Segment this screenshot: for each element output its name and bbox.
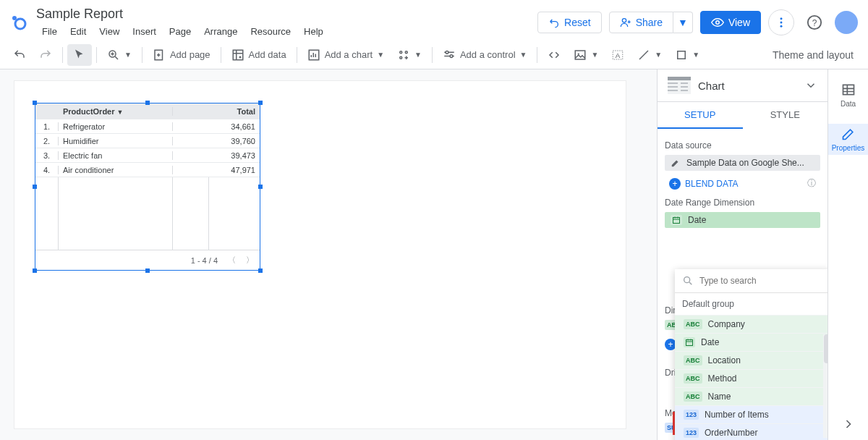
line-button[interactable]: ▼ — [631, 44, 668, 66]
svg-rect-28 — [681, 86, 688, 88]
field-item-number-of-items[interactable]: 123Number of Items — [675, 406, 827, 424]
field-item-location[interactable]: ABCLocation — [675, 352, 827, 370]
menu-view[interactable]: View — [93, 25, 125, 38]
field-list: ABCCompanyDateABCLocationABCMethodABCNam… — [675, 315, 827, 440]
share-button[interactable]: Share — [609, 12, 673, 33]
report-canvas[interactable]: ProductOrder ▼ Total 1.Refrigerator34,66… — [14, 81, 626, 428]
date-dimension-chip[interactable]: Date — [665, 212, 820, 228]
svg-point-3 — [716, 21, 720, 25]
svg-rect-22 — [678, 51, 686, 59]
svg-point-16 — [446, 51, 448, 54]
rail-properties[interactable]: Properties — [828, 124, 868, 155]
svg-rect-27 — [668, 86, 678, 88]
share-dropdown[interactable]: ▼ — [673, 12, 693, 33]
shape-button[interactable]: ▼ — [669, 44, 705, 66]
doc-title[interactable]: Sample Report — [36, 7, 537, 22]
undo-button[interactable] — [7, 44, 32, 66]
canvas-area[interactable]: ProductOrder ▼ Total 1.Refrigerator34,66… — [0, 69, 657, 440]
toolbar: ▼ Add page Add data Add a chart▼ ▼ Add a… — [0, 41, 868, 69]
svg-point-14 — [405, 51, 407, 53]
menu-edit[interactable]: Edit — [64, 25, 92, 38]
field-item-date[interactable]: Date — [675, 334, 827, 352]
menu-page[interactable]: Page — [163, 25, 197, 38]
reset-button[interactable]: Reset — [537, 12, 602, 33]
table-chart-icon[interactable] — [668, 77, 691, 94]
image-button[interactable]: ▼ — [568, 44, 604, 66]
svg-point-5 — [780, 22, 783, 24]
add-page-button[interactable]: Add page — [147, 44, 216, 66]
help-button[interactable]: ? — [801, 9, 827, 35]
pager-next[interactable]: 〉 — [246, 255, 254, 266]
table-chart[interactable]: ProductOrder ▼ Total 1.Refrigerator34,66… — [35, 103, 260, 271]
person-add-icon — [620, 17, 631, 28]
field-item-method[interactable]: ABCMethod — [675, 370, 827, 388]
data-source-label: Data source — [665, 140, 820, 151]
redo-button[interactable] — [33, 44, 58, 66]
svg-point-15 — [400, 56, 402, 59]
table-footer: 1 - 4 / 4 〈 〉 — [35, 250, 260, 270]
zoom-tool[interactable]: ▼ — [101, 44, 137, 66]
menu-insert[interactable]: Insert — [127, 25, 162, 38]
pencil-icon — [671, 158, 681, 168]
field-search-input[interactable] — [699, 276, 823, 286]
date-range-label: Date Range Dimension — [665, 198, 820, 208]
svg-text:A: A — [616, 51, 621, 59]
rail-data[interactable]: Data — [828, 80, 868, 111]
community-viz-button[interactable]: ▼ — [391, 44, 427, 66]
tab-setup[interactable]: SETUP — [658, 102, 743, 129]
rail-expand[interactable] — [841, 417, 856, 440]
svg-point-32 — [684, 277, 690, 283]
svg-rect-29 — [668, 90, 678, 91]
add-chart-button[interactable]: Add a chart▼ — [302, 44, 390, 66]
looker-studio-icon — [10, 14, 27, 31]
menu-help[interactable]: Help — [298, 25, 329, 38]
add-control-button[interactable]: Add a control▼ — [437, 44, 533, 66]
share-button-group: Share ▼ — [609, 12, 693, 33]
svg-point-1 — [15, 19, 25, 29]
svg-rect-33 — [686, 340, 693, 346]
svg-rect-31 — [673, 218, 680, 224]
data-source-chip[interactable]: Sample Data on Google She... — [665, 155, 820, 171]
chevron-down-icon[interactable] — [804, 79, 817, 92]
table-row[interactable]: 3.Electric fan39,473 — [35, 148, 260, 163]
right-rail: Data Properties — [827, 69, 868, 440]
blend-data-button[interactable]: + BLEND DATA ⓘ — [665, 175, 820, 192]
more-options-button[interactable] — [768, 9, 794, 35]
user-avatar[interactable] — [835, 11, 858, 34]
pager-prev[interactable]: 〈 — [228, 255, 236, 266]
menu-bar: File Edit View Insert Page Arrange Resou… — [36, 25, 537, 38]
svg-rect-24 — [668, 77, 691, 80]
table-row[interactable]: 2.Humidifier39,760 — [35, 134, 260, 148]
field-item-ordernumber[interactable]: 123OrderNumber — [675, 424, 827, 440]
svg-point-2 — [622, 19, 626, 22]
svg-point-17 — [450, 54, 453, 57]
menu-resource[interactable]: Resource — [244, 25, 297, 38]
svg-point-6 — [780, 25, 783, 28]
col-header-product[interactable]: ProductOrder ▼ — [59, 107, 173, 116]
tab-style[interactable]: STYLE — [743, 102, 828, 129]
plus-icon: + — [669, 178, 681, 190]
table-row[interactable]: 4.Air conditioner47,971 — [35, 163, 260, 177]
text-button[interactable]: A — [605, 44, 630, 66]
menu-file[interactable]: File — [36, 25, 63, 38]
field-item-company[interactable]: ABCCompany — [675, 316, 827, 334]
scrollbar[interactable] — [823, 334, 827, 438]
field-item-name[interactable]: ABCName — [675, 388, 827, 406]
table-row[interactable]: 1.Refrigerator34,661 — [35, 119, 260, 134]
menu-arrange[interactable]: Arrange — [198, 25, 243, 38]
add-data-button[interactable]: Add data — [226, 44, 292, 66]
view-button[interactable]: View — [700, 11, 761, 34]
theme-layout-button[interactable]: Theme and layout — [773, 49, 861, 61]
svg-text:?: ? — [812, 18, 817, 28]
svg-rect-18 — [576, 51, 586, 59]
help-icon: ? — [807, 14, 822, 30]
svg-rect-26 — [681, 82, 688, 84]
select-tool[interactable] — [67, 44, 92, 66]
properties-panel: Chart SETUP STYLE Data source Sample Dat… — [657, 69, 827, 440]
col-header-total[interactable]: Total — [209, 107, 260, 116]
app-header: Sample Report File Edit View Insert Page… — [0, 0, 868, 41]
help-icon[interactable]: ⓘ — [807, 177, 816, 190]
more-vert-icon — [775, 16, 788, 29]
url-embed-button[interactable] — [542, 44, 566, 66]
default-group-label: Default group — [675, 293, 827, 315]
